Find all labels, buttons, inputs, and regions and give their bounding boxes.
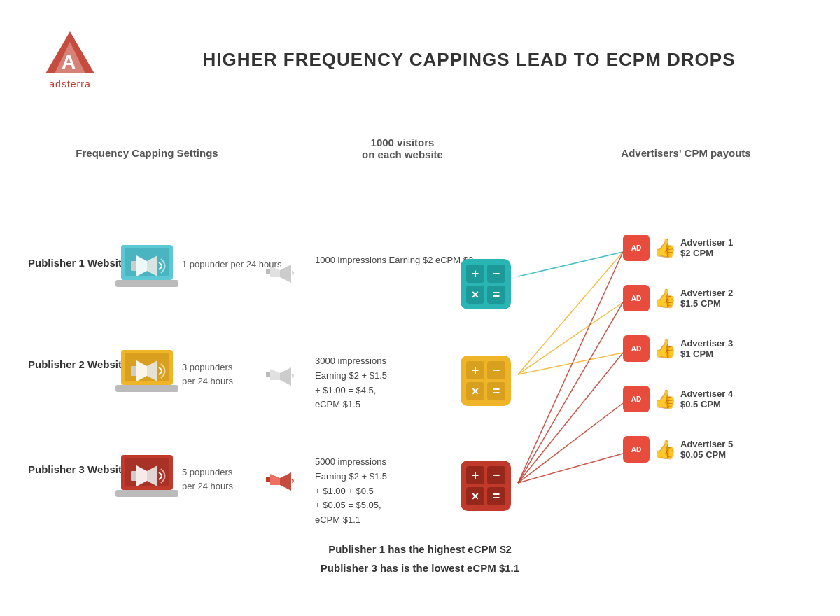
advertiser-1: AD 👍 Advertiser 1 $2 CPM (623, 234, 733, 261)
svg-rect-29 (266, 372, 270, 377)
svg-line-8 (518, 454, 623, 483)
calc-1: + − × = (461, 259, 511, 309)
col-header-cpm: Advertisers' CPM payouts (588, 147, 784, 159)
advertiser-2: AD 👍 Advertiser 2 $1.5 CPM (623, 285, 733, 312)
svg-rect-14 (115, 280, 178, 287)
advertiser-2-name: Advertiser 2 (680, 288, 733, 298)
impression-1: 1000 impressions Earning $2 eCPM $2 (315, 253, 473, 268)
svg-line-3 (518, 353, 623, 374)
svg-rect-38 (266, 477, 270, 482)
advertiser-5-name: Advertiser 5 (680, 439, 733, 449)
footer-line-2: Publisher 3 has is the lowest eCPM $1.1 (0, 559, 840, 578)
publisher-1-laptop (115, 241, 178, 297)
freq-text-3: 5 popunders per 24 hours (182, 465, 233, 493)
svg-line-0 (518, 252, 623, 276)
freq-text-2: 3 popunders per 24 hours (182, 360, 233, 388)
advertiser-4: AD 👍 Advertiser 4 $0.5 CPM (623, 386, 733, 412)
svg-marker-37 (280, 472, 291, 491)
advertiser-3-name: Advertiser 3 (680, 338, 733, 349)
svg-line-5 (518, 302, 623, 483)
col-header-visitors: 1000 visitors on each website (315, 136, 490, 160)
advertiser-5: AD 👍 Advertiser 5 $0.05 CPM (623, 436, 733, 463)
calc-2: + − × = (461, 356, 511, 406)
logo-text-gray: ads (49, 78, 67, 90)
megaphone-2 (266, 362, 294, 390)
svg-marker-27 (270, 369, 280, 380)
svg-line-7 (518, 403, 623, 483)
svg-rect-17 (131, 261, 136, 271)
impression-3: 5000 impressions Earning $2 + $1.5 + $1.… (315, 455, 387, 528)
publisher-2-laptop (115, 346, 178, 402)
svg-line-6 (518, 353, 623, 483)
svg-rect-26 (131, 366, 136, 376)
svg-rect-32 (115, 490, 178, 497)
svg-marker-36 (270, 474, 280, 485)
svg-marker-19 (280, 265, 291, 283)
logo-text-red: terra (67, 78, 91, 90)
footer: Publisher 1 has the highest eCPM $2 Publ… (0, 540, 840, 578)
footer-line-1: Publisher 1 has the highest eCPM $2 (0, 540, 840, 559)
megaphone-3 (266, 467, 294, 495)
impression-2: 3000 impressions Earning $2 + $1.5 + $1.… (315, 354, 387, 412)
advertiser-4-name: Advertiser 4 (680, 388, 733, 399)
freq-text-1: 1 popunder per 24 hours (182, 258, 281, 272)
main-title: HIGHER FREQUENCY CAPPINGS LEAD TO ECPM D… (140, 49, 798, 71)
svg-line-1 (518, 252, 623, 374)
svg-line-4 (518, 252, 623, 483)
advertiser-1-cpm: $2 CPM (680, 248, 733, 258)
svg-line-2 (518, 302, 623, 374)
publisher-3-laptop (115, 451, 178, 507)
advertiser-5-cpm: $0.05 CPM (680, 449, 733, 460)
svg-rect-23 (115, 385, 178, 392)
advertiser-4-cpm: $0.5 CPM (680, 399, 733, 410)
advertiser-3: AD 👍 Advertiser 3 $1 CPM (623, 335, 733, 362)
advertiser-1-name: Advertiser 1 (680, 237, 733, 248)
advertiser-2-cpm: $1.5 CPM (680, 298, 733, 309)
advertiser-3-cpm: $1 CPM (680, 349, 733, 359)
col-header-frequency: Frequency Capping Settings (42, 147, 252, 159)
svg-rect-35 (131, 471, 136, 481)
svg-text:A: A (62, 51, 76, 73)
logo: A adsterra (42, 28, 98, 90)
svg-marker-28 (280, 368, 291, 386)
calc-3: + − × = (461, 461, 511, 511)
